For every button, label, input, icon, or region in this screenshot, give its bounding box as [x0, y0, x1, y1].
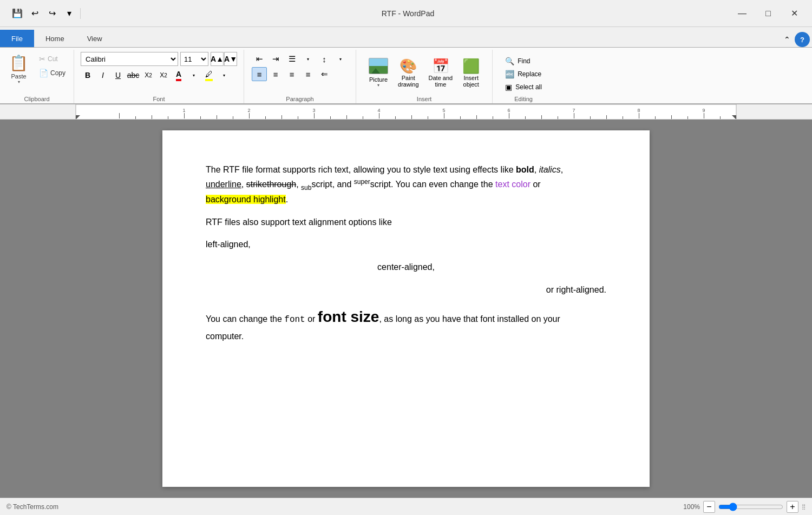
insert-object-icon: 🟩 — [462, 58, 480, 75]
para1-sup: super — [354, 178, 370, 186]
para1-highlight: background highlight — [206, 195, 286, 204]
align-right-button[interactable]: ≡ — [284, 67, 299, 81]
paint-drawing-button[interactable]: 🎨 Paint drawing — [394, 54, 423, 91]
increase-indent-button[interactable]: ⇤ — [252, 52, 267, 66]
undo-button[interactable]: ↩ — [27, 6, 42, 21]
redo-button[interactable]: ↪ — [44, 6, 60, 21]
select-all-icon: ▣ — [505, 83, 512, 91]
font-family-select[interactable]: Calibri Arial Times New Roman — [81, 52, 178, 66]
tab-home[interactable]: Home — [34, 30, 76, 47]
para3-font2: font size — [318, 308, 379, 325]
ribbon-collapse-button[interactable]: ⌃ — [780, 32, 795, 47]
tab-file[interactable]: File — [0, 30, 34, 47]
paste-button[interactable]: 📋 Paste ▾ — [4, 51, 33, 88]
bold-button[interactable]: B — [81, 68, 95, 82]
app-window: 💾 ↩ ↪ ▾ RTF - WordPad — □ ✕ File Home Vi… — [0, 0, 812, 515]
font-controls: Calibri Arial Times New Roman 11 8 10 12… — [78, 51, 239, 83]
zoom-out-button[interactable]: − — [703, 501, 715, 513]
zoom-percent: 100% — [683, 503, 700, 511]
align-left-button[interactable]: ≡ — [252, 67, 267, 81]
font-group: Calibri Arial Times New Roman 11 8 10 12… — [74, 50, 244, 103]
help-button[interactable]: ? — [795, 32, 810, 47]
date-time-button[interactable]: 📅 Date and time — [425, 54, 457, 91]
bullets-button[interactable]: ☰ — [284, 52, 299, 66]
cut-button[interactable]: ✂ Cut — [35, 53, 69, 65]
picture-button[interactable]: Picture ▾ — [365, 54, 392, 91]
paragraph-group: ⇤ ⇥ ☰ ▾ ↕ ▾ ≡ ≡ ≡ ≡ ⇐ — [244, 50, 356, 103]
highlight-button[interactable]: 🖊 — [202, 68, 216, 82]
document-scroll-area[interactable]: The RTF file format supports rich text, … — [0, 120, 812, 498]
replace-button[interactable]: 🔤 Replace — [501, 68, 546, 80]
minimize-button[interactable]: — — [730, 5, 755, 22]
para-row1: ⇤ ⇥ ☰ ▾ ↕ ▾ — [252, 52, 348, 66]
find-icon: 🔍 — [505, 57, 514, 65]
editing-controls: 🔍 Find 🔤 Replace ▣ Select all — [497, 51, 550, 94]
para1-start: The RTF file format supports rich text, … — [206, 165, 516, 174]
titlebar: 💾 ↩ ↪ ▾ RTF - WordPad — □ ✕ — [0, 0, 812, 27]
align-center-button[interactable]: ≡ — [268, 67, 283, 81]
para1-bold: bold — [516, 165, 534, 174]
find-button[interactable]: 🔍 Find — [501, 55, 546, 67]
ruler-canvas — [0, 104, 812, 120]
bullets-dropdown[interactable]: ▾ — [300, 52, 316, 66]
copy-icon: 📄 — [39, 69, 48, 77]
picture-icon — [369, 58, 388, 74]
para3-font1: font — [284, 315, 305, 325]
insert-object-button[interactable]: 🟩 Insert object — [459, 54, 483, 91]
paragraph-items: ⇤ ⇥ ☰ ▾ ↕ ▾ ≡ ≡ ≡ ≡ ⇐ — [248, 51, 351, 94]
editing-items: 🔍 Find 🔤 Replace ▣ Select all — [497, 51, 550, 94]
zoom-slider[interactable] — [718, 503, 783, 511]
subscript-button[interactable]: X2 — [141, 68, 155, 82]
font-shrink-button[interactable]: A▼ — [224, 52, 237, 66]
highlight-dropdown[interactable]: ▾ — [217, 68, 231, 82]
line-spacing-dropdown[interactable]: ▾ — [333, 52, 348, 66]
decrease-indent-button[interactable]: ⇥ — [268, 52, 283, 66]
customize-qat-button[interactable]: ▾ — [62, 6, 77, 21]
window-title: RTF - WordPad — [86, 9, 730, 18]
paragraph-2-right: or right-aligned. — [206, 283, 606, 297]
strikethrough-button[interactable]: abc — [126, 68, 140, 82]
line-spacing-button[interactable]: ↕ — [317, 52, 332, 66]
para1-underline: underline — [206, 180, 241, 189]
cut-icon: ✂ — [39, 55, 45, 63]
underline-button[interactable]: U — [111, 68, 125, 82]
font-row1: Calibri Arial Times New Roman 11 8 10 12… — [81, 52, 237, 66]
para1-sub: sub — [301, 183, 311, 191]
italic-button[interactable]: I — [96, 68, 110, 82]
zoom-in-button[interactable]: + — [787, 501, 798, 513]
window-controls: — □ ✕ — [730, 5, 807, 22]
ribbon-tabs: File Home View ⌃ ? — [0, 27, 812, 48]
para1-color: text color — [495, 180, 531, 189]
maximize-button[interactable]: □ — [756, 5, 781, 22]
paint-icon: 🎨 — [400, 58, 417, 75]
clipboard-items: 📋 Paste ▾ ✂ Cut 📄 Copy — [4, 51, 69, 94]
font-label: Font — [153, 94, 165, 103]
ruler — [0, 104, 812, 120]
tab-view[interactable]: View — [76, 30, 114, 47]
select-all-button[interactable]: ▣ Select all — [501, 81, 546, 93]
close-button[interactable]: ✕ — [782, 5, 807, 22]
qat-separator — [80, 8, 81, 19]
paste-icon: 📋 — [9, 54, 28, 72]
quick-access-toolbar: 💾 ↩ ↪ ▾ — [5, 6, 86, 21]
calendar-icon: 📅 — [432, 58, 449, 75]
ribbon: 📋 Paste ▾ ✂ Cut 📄 Copy — [0, 48, 812, 104]
save-button[interactable]: 💾 — [10, 6, 25, 21]
paragraph-3: You can change the font or font size, as… — [206, 305, 606, 343]
copyright-text: © TechTerms.com — [6, 503, 58, 511]
font-size-select[interactable]: 11 8 10 12 14 16 18 24 — [180, 52, 208, 66]
highlight-icon: 🖊 — [205, 70, 213, 81]
rtl-button[interactable]: ⇐ — [317, 67, 332, 81]
copy-button[interactable]: 📄 Copy — [35, 67, 69, 79]
font-color-button[interactable]: A — [172, 68, 186, 82]
font-grow-button[interactable]: A▲ — [211, 52, 224, 66]
font-color-dropdown[interactable]: ▾ — [187, 68, 201, 82]
paragraph-2-left1: RTF files also support text alignment op… — [206, 215, 606, 229]
justify-button[interactable]: ≡ — [300, 67, 316, 81]
resize-grip: ⣿ — [802, 504, 806, 510]
statusbar: © TechTerms.com 100% − + ⣿ — [0, 498, 812, 515]
clipboard-label: Clipboard — [24, 94, 49, 103]
superscript-button[interactable]: X2 — [156, 68, 171, 82]
para1-italic: italics — [539, 165, 561, 174]
para1-strike: strikethrough — [246, 180, 297, 189]
